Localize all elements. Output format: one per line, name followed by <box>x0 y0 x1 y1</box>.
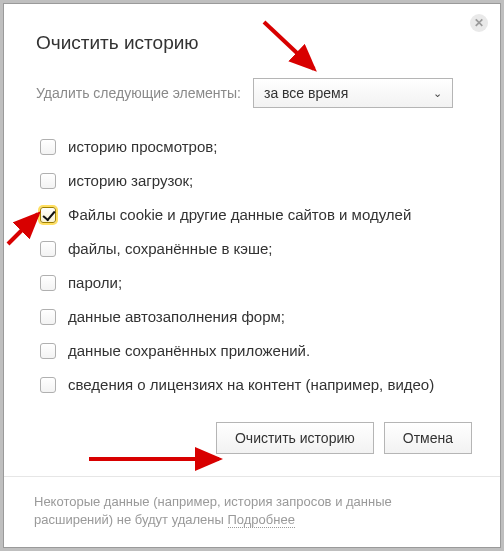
checkbox-icon <box>40 377 56 393</box>
clear-history-dialog: ✕ Очистить историю Удалить следующие эле… <box>3 3 501 548</box>
time-range-value: за все время <box>264 85 348 101</box>
footer-text: Некоторые данные (например, история запр… <box>34 494 392 527</box>
checkbox-icon <box>40 207 56 223</box>
footer-note: Некоторые данные (например, история запр… <box>4 476 500 547</box>
checkbox-label: данные сохранённых приложений. <box>68 342 310 359</box>
checkbox-icon <box>40 343 56 359</box>
checkbox-icon <box>40 275 56 291</box>
checkbox-cached-files[interactable]: файлы, сохранённые в кэше; <box>40 232 480 266</box>
checkbox-app-data[interactable]: данные сохранённых приложений. <box>40 334 480 368</box>
footer-more-link[interactable]: Подробнее <box>228 512 295 528</box>
checkbox-cookies[interactable]: Файлы cookie и другие данные сайтов и мо… <box>40 198 480 232</box>
chevron-down-icon: ⌄ <box>433 87 442 100</box>
checkbox-browsing-history[interactable]: историю просмотров; <box>40 130 480 164</box>
checkbox-icon <box>40 309 56 325</box>
checkbox-content-licenses[interactable]: сведения о лицензиях на контент (наприме… <box>40 368 480 402</box>
checkbox-autofill[interactable]: данные автозаполнения форм; <box>40 300 480 334</box>
dialog-title: Очистить историю <box>4 4 500 54</box>
checkbox-label: сведения о лицензиях на контент (наприме… <box>68 376 434 393</box>
checkbox-icon <box>40 139 56 155</box>
checkbox-list: историю просмотров; историю загрузок; Фа… <box>4 108 500 402</box>
clear-history-button[interactable]: Очистить историю <box>216 422 374 454</box>
time-range-row: Удалить следующие элементы: за все время… <box>4 54 500 108</box>
checkbox-label: данные автозаполнения форм; <box>68 308 285 325</box>
delete-elements-label: Удалить следующие элементы: <box>36 85 241 101</box>
checkbox-download-history[interactable]: историю загрузок; <box>40 164 480 198</box>
time-range-select[interactable]: за все время ⌄ <box>253 78 453 108</box>
checkbox-passwords[interactable]: пароли; <box>40 266 480 300</box>
button-row: Очистить историю Отмена <box>4 402 500 454</box>
checkbox-label: историю загрузок; <box>68 172 193 189</box>
checkbox-label: пароли; <box>68 274 122 291</box>
checkbox-label: файлы, сохранённые в кэше; <box>68 240 273 257</box>
checkbox-label: Файлы cookie и другие данные сайтов и мо… <box>68 206 411 223</box>
close-icon[interactable]: ✕ <box>470 14 488 32</box>
cancel-button[interactable]: Отмена <box>384 422 472 454</box>
checkbox-label: историю просмотров; <box>68 138 217 155</box>
checkbox-icon <box>40 241 56 257</box>
checkbox-icon <box>40 173 56 189</box>
